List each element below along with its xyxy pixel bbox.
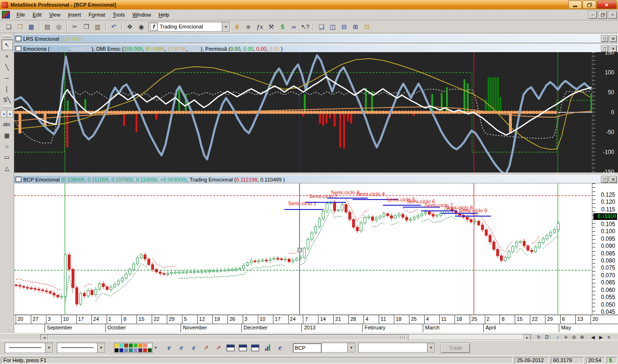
web-link-icon[interactable]: e — [164, 343, 174, 353]
scroll-right-icon[interactable]: ► — [7, 110, 13, 118]
mdi-minimize-button[interactable]: – — [588, 11, 597, 19]
window-tile-icon[interactable] — [250, 343, 261, 353]
window-tile-icon[interactable] — [226, 343, 236, 353]
zoom-in-icon[interactable]: ⊕ — [578, 334, 586, 340]
color-swatch[interactable] — [133, 348, 138, 353]
line-style-combo[interactable]: ▼ — [5, 343, 53, 353]
web-link-icon[interactable]: e — [189, 343, 199, 353]
pane-close-button[interactable]: ✕ — [609, 176, 617, 183]
menu-help[interactable]: Help — [155, 10, 173, 19]
triangle-tool[interactable]: △ — [2, 163, 12, 173]
trendline-tool[interactable]: ╲ — [2, 62, 12, 72]
vertical-line-tool[interactable]: │ — [2, 84, 12, 94]
periodicity-combo[interactable]: ▼ — [321, 343, 355, 353]
minimize-button[interactable] — [568, 0, 582, 9]
color-swatch[interactable] — [143, 348, 147, 353]
print-icon[interactable]: ▤ — [42, 22, 53, 32]
web-link-icon[interactable]: e — [275, 343, 285, 353]
chart-list-icon[interactable]: ≡ — [605, 334, 613, 340]
menu-window[interactable]: Window — [128, 10, 154, 19]
trade-button[interactable]: Trade — [441, 343, 470, 353]
open-icon[interactable]: ❒ — [15, 22, 25, 32]
chart-document-icon[interactable] — [2, 11, 10, 18]
color-swatch[interactable] — [114, 348, 119, 353]
restore-button[interactable] — [582, 0, 596, 9]
menu-view[interactable]: View — [45, 10, 64, 19]
color-swatch[interactable] — [133, 343, 138, 348]
indicator-template-combo[interactable]: fTrading Emocional▼ — [148, 22, 230, 32]
new-icon[interactable]: ❏ — [3, 22, 14, 32]
date-axis[interactable]: 2027310172418152229512192631017247142128… — [14, 315, 618, 333]
color-swatch[interactable] — [143, 343, 147, 348]
tile-horizontal-icon[interactable]: ⊟ — [339, 22, 349, 32]
copy-icon[interactable]: ❐ — [81, 22, 91, 32]
zoom-out-icon[interactable]: ⊖ — [570, 334, 578, 340]
undo-icon[interactable]: ↶ — [109, 22, 119, 32]
zoom-box-icon[interactable]: ◉ — [136, 22, 146, 32]
context-help-icon[interactable]: ↖? — [300, 22, 310, 32]
palette-dropdown-icon[interactable]: ▼ — [154, 346, 157, 349]
stop-level-tool[interactable]: S╲ — [2, 95, 12, 105]
color-palette[interactable] — [114, 343, 153, 353]
close-button[interactable]: ✕ — [597, 0, 617, 9]
cut-icon[interactable]: ✂ — [70, 22, 80, 32]
ellipse-tool[interactable]: ○ — [2, 141, 12, 151]
window-tile-icon[interactable] — [238, 343, 248, 353]
cascade-windows-icon[interactable]: ❏ — [316, 22, 327, 32]
rectangle-tool[interactable]: ▭ — [2, 152, 12, 162]
collapse-box-icon[interactable] — [16, 36, 21, 41]
system-tester-icon[interactable]: ⚒ — [266, 22, 276, 32]
symbol-input[interactable]: BCP — [293, 343, 321, 353]
page-right-icon[interactable]: ▶ — [597, 334, 605, 340]
mdi-close-button[interactable]: × — [608, 11, 617, 19]
color-swatch[interactable] — [147, 348, 152, 353]
expert-advisor-icon[interactable]: ♛ — [232, 22, 242, 32]
explorer-binoculars-icon[interactable]: ∞ — [289, 22, 299, 32]
scroll-left-icon[interactable]: ◄ — [0, 110, 7, 118]
grid-tool[interactable]: ▦ — [2, 130, 12, 140]
menu-edit[interactable]: Edit — [29, 10, 45, 19]
color-swatch[interactable] — [147, 343, 152, 348]
menu-format[interactable]: Format — [85, 10, 109, 19]
color-swatch[interactable] — [119, 348, 124, 353]
color-swatch[interactable] — [128, 343, 133, 348]
menu-tools[interactable]: Tools — [109, 10, 129, 19]
color-swatch[interactable] — [138, 343, 143, 348]
pointer-move-icon[interactable]: ✥ — [125, 22, 135, 32]
pane-maximize-button[interactable]: □ — [601, 35, 609, 42]
refresh-icon[interactable]: ↻ — [535, 334, 543, 340]
indicator-chart-pane[interactable]: 150100500-50-100-150 — [14, 52, 618, 173]
pane-maximize-button[interactable]: □ — [601, 176, 609, 183]
collapse-box-icon[interactable] — [16, 46, 21, 51]
color-swatch[interactable] — [128, 348, 133, 353]
collapse-box-icon[interactable] — [16, 177, 21, 182]
text-tool[interactable]: abc — [2, 119, 12, 129]
paste-icon[interactable]: ▥ — [92, 22, 103, 32]
pane-close-button[interactable]: ✕ — [609, 35, 617, 42]
color-swatch[interactable] — [124, 343, 128, 348]
dollar-icon[interactable]: $ — [277, 22, 288, 32]
indicator-fx-icon[interactable]: ƒx — [254, 22, 265, 32]
print-preview-icon[interactable]: ◎ — [54, 22, 64, 32]
color-swatch[interactable] — [114, 343, 119, 348]
vertical-zoom-icon[interactable]: ↕ — [554, 334, 562, 340]
pointer-tool[interactable]: ↖ — [1, 39, 13, 50]
horizontal-scrollbar[interactable]: ◄ ► — [40, 334, 531, 340]
tile-vertical-icon[interactable]: ◫ — [327, 22, 338, 32]
menu-insert[interactable]: Insert — [64, 10, 85, 19]
web-link-icon[interactable]: e — [176, 343, 187, 353]
layout-icon[interactable]: ⊡ — [362, 22, 372, 32]
new-chart-icon[interactable]: ⇗ — [201, 343, 211, 353]
tile-grid-icon[interactable]: ⊞ — [350, 22, 361, 32]
security-combo[interactable]: ▼ — [358, 343, 435, 353]
page-left-icon[interactable]: ◀ — [589, 334, 597, 340]
pane-header-lrs[interactable]: LRS Emocional (117.687) □ ✕ — [14, 34, 618, 43]
periodicity-daily-icon[interactable]: D — [543, 334, 551, 340]
bar-volume-icon[interactable] — [263, 343, 273, 353]
menu-file[interactable]: File — [13, 10, 29, 19]
line-handle[interactable] — [298, 248, 302, 252]
new-chart-icon[interactable]: ⇗ — [213, 343, 224, 353]
save-icon[interactable]: ▦ — [26, 22, 36, 32]
tipster-icon[interactable]: ☻ — [243, 22, 254, 32]
crosshair-tool[interactable]: + — [2, 51, 12, 61]
